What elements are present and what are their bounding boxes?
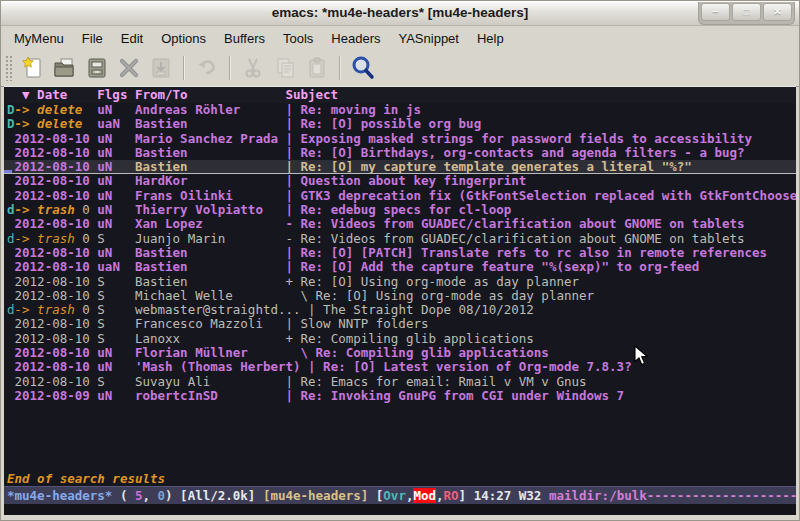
from: Lanoxx — [135, 332, 286, 346]
message-row[interactable]: d-> trash 0 uN Thierry Volpiatto | Re: e… — [4, 203, 796, 217]
message-row[interactable]: 2012-08-10 uN Xan Lopez - Re: Videos fro… — [4, 217, 796, 231]
date: 2012-08-10 — [15, 332, 98, 346]
from: Mario Sanchez Prada — [135, 132, 286, 146]
modeline-pink: ----------------------------------------… — [647, 488, 796, 503]
toolbar-grip-handle[interactable] — [5, 55, 13, 81]
menu-help[interactable]: Help — [468, 28, 513, 49]
message-row[interactable]: 2012-08-10 uN Bastien | Re: [O] my captu… — [4, 160, 796, 174]
message-row[interactable]: 2012-08-10 S Francesco Mazzoli | Slow NN… — [4, 317, 796, 331]
subject: | Re: [O] Latest version of Org-mode 7.8… — [301, 360, 632, 374]
flags: S — [97, 303, 135, 317]
mark-action: -> delete — [15, 117, 83, 131]
mark-action: -> trash — [15, 303, 75, 317]
modeline-plain: , — [436, 488, 444, 503]
window-title: emacs: *mu4e-headers* [mu4e-headers] — [272, 5, 529, 20]
mark-char — [7, 346, 15, 360]
subject: | Re: moving in js — [285, 103, 420, 117]
emacs-window: emacs: *mu4e-headers* [mu4e-headers] −□✕… — [0, 0, 800, 521]
from: Xan Lopez — [135, 217, 286, 231]
current-line-fringe-mark — [4, 170, 12, 173]
maximize-button[interactable]: □ — [732, 3, 761, 21]
from: Bastien — [135, 275, 286, 289]
modeline-teal: Ovr — [383, 488, 406, 503]
modeline-pink: maildir:/bulk — [549, 488, 647, 503]
menu-headers[interactable]: Headers — [322, 28, 389, 49]
menu-yasnippet[interactable]: YASnippet — [389, 28, 467, 49]
modeline-blue: 0 — [158, 488, 166, 503]
mark-char — [7, 260, 15, 274]
date: 2012-08-10 — [15, 275, 98, 289]
flags: uaN — [97, 117, 135, 131]
message-row[interactable]: 2012-08-10 uN Bastien | Re: [O] Birthday… — [4, 146, 796, 160]
save-icon[interactable] — [82, 53, 112, 83]
mark-char — [7, 174, 15, 188]
message-row[interactable]: 2012-08-10 uaN Bastien | Re: [O] Add the… — [4, 260, 796, 274]
from: Bastien — [135, 117, 286, 131]
subject: | Exposing masked strings for password f… — [285, 132, 752, 146]
from: Bastien — [135, 260, 286, 274]
subject: | Re: [O] [PATCH] Translate refs to rc a… — [285, 246, 767, 260]
message-row[interactable]: 2012-08-10 S Michael Welle \ Re: [O] Usi… — [4, 289, 796, 303]
message-row[interactable]: 2012-08-10 S Lanoxx + Re: Compiling glib… — [4, 332, 796, 346]
flags: uN — [97, 103, 135, 117]
date: 2012-08-10 — [15, 289, 98, 303]
mark-action: -> trash — [15, 232, 75, 246]
subject: - Re: Videos from GUADEC/clarification a… — [285, 217, 744, 231]
menu-tools[interactable]: Tools — [274, 28, 322, 49]
menu-mymenu[interactable]: MyMenu — [5, 28, 73, 49]
menu-file[interactable]: File — [73, 28, 112, 49]
menu-buffers[interactable]: Buffers — [215, 28, 274, 49]
headers-column-header[interactable]: ▼ Date Flgs From/To Subject — [4, 87, 796, 103]
message-row[interactable]: 2012-08-10 uN Mario Sanchez Prada | Expo… — [4, 132, 796, 146]
from: 'Mash (Thomas Herbert) — [135, 360, 301, 374]
from: Michael Welle — [135, 289, 286, 303]
message-row[interactable]: d-> trash 0 S webmaster@straightd... | T… — [4, 303, 796, 317]
new-file-icon[interactable] — [18, 53, 48, 83]
message-row[interactable]: D-> delete uaN Bastien | Re: [O] possibl… — [4, 117, 796, 131]
minimize-button[interactable]: − — [701, 3, 730, 21]
mark-char: d — [7, 203, 15, 217]
date: 2012-08-10 — [15, 260, 98, 274]
modeline-khaki: [mu4e-headers] — [263, 488, 368, 503]
menu-options[interactable]: Options — [152, 28, 215, 49]
subject: + Re: [O] Using org-mode as day planner — [285, 275, 579, 289]
mark-char — [7, 389, 15, 403]
modeline-plain: , — [142, 488, 157, 503]
mark-count: 0 — [75, 303, 98, 317]
modeline-plain: ] 14:27 W32 — [459, 488, 549, 503]
echo-area[interactable] — [4, 504, 796, 515]
message-row[interactable]: 2012-08-10 uN 'Mash (Thomas Herbert) | R… — [4, 360, 796, 374]
toolbar-separator — [183, 56, 185, 80]
close-buffer-icon[interactable] — [114, 53, 144, 83]
mode-line: *mu4e-headers* ( 5, 0) [All/2.0k] [mu4e-… — [4, 486, 796, 504]
flags: S — [97, 232, 135, 246]
message-row[interactable]: 2012-08-10 uN HardKor | Question about k… — [4, 174, 796, 188]
flags: uN — [97, 246, 135, 260]
message-row[interactable]: 2012-08-10 uN Frans Oilinki | GTK3 depre… — [4, 189, 796, 203]
subject: | Re: [O] Birthdays, org-contacts and ag… — [285, 146, 744, 160]
mark-char: d — [7, 232, 15, 246]
message-row[interactable]: 2012-08-10 S Suvayu Ali | Re: Emacs for … — [4, 375, 796, 389]
menu-edit[interactable]: Edit — [112, 28, 152, 49]
date: 2012-08-10 — [15, 346, 98, 360]
flags: uN — [97, 160, 135, 174]
subject: | Re: Emacs for email: Rmail v VM v Gnus — [285, 375, 586, 389]
message-row[interactable]: 2012-08-10 S Bastien + Re: [O] Using org… — [4, 275, 796, 289]
flags: uN — [97, 203, 135, 217]
close-button[interactable]: ✕ — [763, 3, 792, 21]
search-icon[interactable] — [348, 53, 378, 83]
message-row[interactable]: 2012-08-10 uN Bastien | Re: [O] [PATCH] … — [4, 246, 796, 260]
mark-char — [7, 246, 15, 260]
from: Bastien — [135, 160, 286, 174]
title-bar[interactable]: emacs: *mu4e-headers* [mu4e-headers] −□✕ — [1, 1, 799, 26]
open-folder-icon[interactable] — [50, 53, 80, 83]
flags: S — [97, 375, 135, 389]
message-row[interactable]: 2012-08-09 uN robertcInSD | Re: Invoking… — [4, 389, 796, 403]
mark-char: D — [7, 117, 15, 131]
mu4e-headers-buffer: ▼ Date Flgs From/To Subject D-> delete u… — [4, 86, 796, 515]
message-row[interactable]: d-> trash 0 S Juanjo Marin - Re: Videos … — [4, 232, 796, 246]
message-row[interactable]: D-> delete uN Andreas Röhler | Re: movin… — [4, 103, 796, 117]
message-row[interactable]: 2012-08-10 uN Florian Müllner \ Re: Comp… — [4, 346, 796, 360]
subject: - Re: Videos from GUADEC/clarification a… — [285, 232, 744, 246]
subject: | Re: [O] my capture template generates … — [285, 160, 691, 174]
